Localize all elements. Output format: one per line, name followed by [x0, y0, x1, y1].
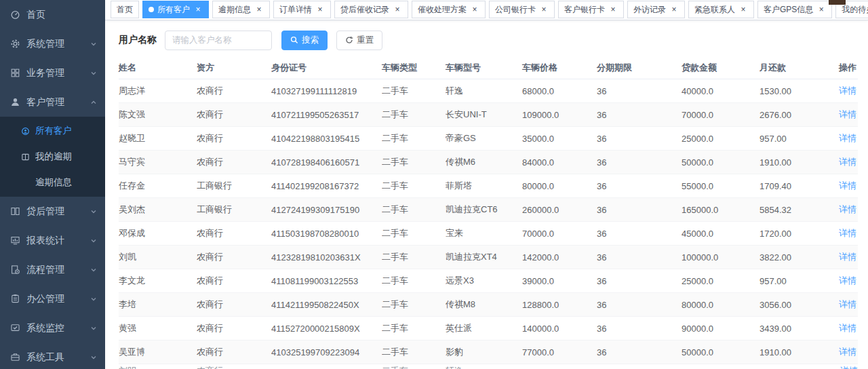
close-icon[interactable]: × — [193, 5, 203, 14]
sidebar-item-office-mgmt[interactable]: 办公管理 — [0, 284, 105, 313]
detail-link[interactable]: 详情 — [839, 347, 856, 357]
cell-funder: 农商行 — [197, 341, 271, 364]
cell-vehicle-price: 35000.0 — [522, 127, 597, 151]
tab-label: 贷后催收记录 — [340, 4, 389, 16]
book-icon — [20, 152, 30, 161]
cell-funder: 工商银行 — [197, 174, 271, 198]
cell-term: 36 — [597, 317, 682, 341]
sidebar-item-system-tools[interactable]: 系统工具 — [0, 343, 105, 369]
reset-button-label: 重置 — [357, 35, 374, 46]
cell-idno: 410721199505263517 — [271, 103, 382, 127]
search-form: 用户名称 搜索 重置 — [105, 20, 868, 57]
table-row: 周志洋 农商行 410327199111112819 二手车 轩逸 68000.… — [119, 79, 858, 103]
sidebar-item-my-overdue[interactable]: 我的逾期 — [0, 144, 105, 170]
tab[interactable]: 逾期信息 × — [212, 1, 270, 18]
tab[interactable]: 公司银行卡 × — [489, 1, 555, 18]
tab[interactable]: 所有客户 × — [142, 1, 209, 18]
cell-vehicle-type: 二手车 — [382, 364, 446, 369]
tab[interactable]: 客户GPS信息 × — [757, 1, 832, 18]
detail-link[interactable]: 详情 — [839, 228, 856, 238]
tab[interactable]: 客户银行卡 × — [558, 1, 624, 18]
avatar[interactable] — [829, 0, 846, 5]
close-icon[interactable]: × — [816, 5, 826, 14]
close-icon[interactable]: × — [738, 5, 748, 14]
close-icon[interactable]: × — [315, 5, 325, 14]
sidebar-item-home[interactable]: 首页 — [0, 0, 105, 29]
search-field-label: 用户名称 — [119, 34, 157, 46]
tab[interactable]: 首页 × — [111, 1, 139, 18]
tab[interactable]: 紧急联系人 × — [688, 1, 754, 18]
cell-vehicle-type: 二手车 — [382, 293, 446, 317]
tab[interactable]: 贷后催收记录 × — [334, 1, 408, 18]
detail-link[interactable]: 详情 — [839, 275, 856, 286]
cell-idno: 411081199003122553 — [271, 269, 382, 293]
cell-vehicle-type: 二手车 — [382, 174, 446, 198]
cell-term: 36 — [597, 198, 682, 222]
table-row: 李培 农商行 41142119950822450X 二手车 传祺M8 12880… — [119, 293, 858, 317]
sidebar-item-label: 流程管理 — [26, 264, 90, 276]
tab[interactable]: 订单详情 × — [273, 1, 331, 18]
tab[interactable]: 外访记录 × — [627, 1, 685, 18]
sidebar-item-overdue-info[interactable]: 逾期信息 — [0, 170, 105, 195]
detail-link[interactable]: 详情 — [839, 204, 856, 214]
close-icon[interactable]: × — [393, 5, 402, 14]
detail-link[interactable]: 详情 — [839, 109, 856, 119]
chevron-down-icon — [90, 70, 97, 77]
cell-vehicle-type: 二手车 — [382, 103, 446, 127]
cell-monthly-payment: 2676.00 — [760, 103, 827, 127]
sidebar-item-process-mgmt[interactable]: 流程管理 — [0, 255, 105, 284]
detail-link[interactable]: 详情 — [839, 180, 856, 191]
col-header-loan-amount: 贷款金额 — [682, 57, 760, 79]
table-row: 吴亚博 农商行 410325199709223094 二手车 影豹 77000.… — [119, 341, 858, 364]
cell-funder: 农商行 — [197, 151, 271, 174]
close-icon[interactable]: × — [608, 5, 618, 14]
close-icon[interactable]: × — [470, 5, 479, 14]
cell-funder: 农商行 — [197, 364, 271, 369]
report-icon — [9, 235, 20, 246]
cell-name: 李文龙 — [119, 269, 197, 293]
close-icon[interactable]: × — [539, 5, 549, 14]
detail-link[interactable]: 详情 — [839, 157, 856, 167]
chevron-down-icon — [90, 237, 97, 244]
cell-loan-amount: 80000.0 — [682, 293, 760, 317]
main-area: 首页 × 所有客户 × 逾期信息 × 订单详情 × 贷后催收记录 × 催收处理方… — [105, 0, 868, 369]
refresh-icon — [345, 36, 353, 44]
cell-monthly-payment: 1910.00 — [760, 151, 827, 174]
detail-link[interactable]: 详情 — [839, 299, 856, 309]
cell-funder: 工商银行 — [197, 198, 271, 222]
sidebar-item-system-monitor[interactable]: 系统监控 — [0, 313, 105, 343]
tab[interactable]: 催收处理方案 × — [412, 1, 486, 18]
sidebar-item-label: 系统工具 — [26, 351, 90, 364]
sidebar-item-customer-mgmt[interactable]: 客户管理 — [0, 88, 105, 117]
sidebar-item-report-stats[interactable]: 报表统计 — [0, 226, 105, 255]
close-icon[interactable]: × — [254, 5, 264, 14]
reset-button[interactable]: 重置 — [336, 31, 382, 50]
search-button[interactable]: 搜索 — [281, 31, 328, 50]
sidebar-item-all-customers[interactable]: 所有客户 — [0, 118, 105, 144]
table-row: 任存金 工商银行 411402199208167372 二手车 菲斯塔 8000… — [119, 174, 858, 198]
tab-label: 订单详情 — [279, 4, 312, 16]
cell-idno: 412724199309175190 — [271, 198, 382, 222]
detail-link[interactable]: 详情 — [839, 252, 856, 262]
cell-loan-amount: 50000.0 — [682, 341, 760, 364]
cell-monthly-payment: 1910.00 — [760, 341, 827, 364]
cell-funder: 农商行 — [197, 79, 271, 103]
cell-vehicle-price: 39000.0 — [522, 269, 597, 293]
cell-loan-amount: 25000.0 — [682, 127, 760, 151]
cell-idno: 410422198803195415 — [271, 127, 382, 151]
cell-vehicle-model: 菲斯塔 — [446, 174, 522, 198]
cell-vehicle-model: 轩逸 — [446, 364, 522, 369]
detail-link[interactable]: 详情 — [827, 364, 858, 369]
detail-link[interactable]: 详情 — [839, 85, 856, 96]
detail-link[interactable]: 详情 — [839, 133, 856, 143]
sidebar-item-business-mgmt[interactable]: 业务管理 — [0, 58, 105, 88]
cell-funder: 农商行 — [197, 103, 271, 127]
customer-name-input[interactable] — [165, 31, 272, 50]
sidebar-item-postloan-mgmt[interactable]: 贷后管理 — [0, 197, 105, 226]
close-icon[interactable]: × — [669, 5, 679, 14]
cell-vehicle-type: 二手车 — [382, 198, 446, 222]
cell-vehicle-model: 影豹 — [446, 341, 522, 364]
cell-monthly-payment: 1720.00 — [760, 222, 827, 246]
detail-link[interactable]: 详情 — [839, 323, 856, 333]
sidebar-item-system-mgmt[interactable]: 系统管理 — [0, 29, 105, 58]
